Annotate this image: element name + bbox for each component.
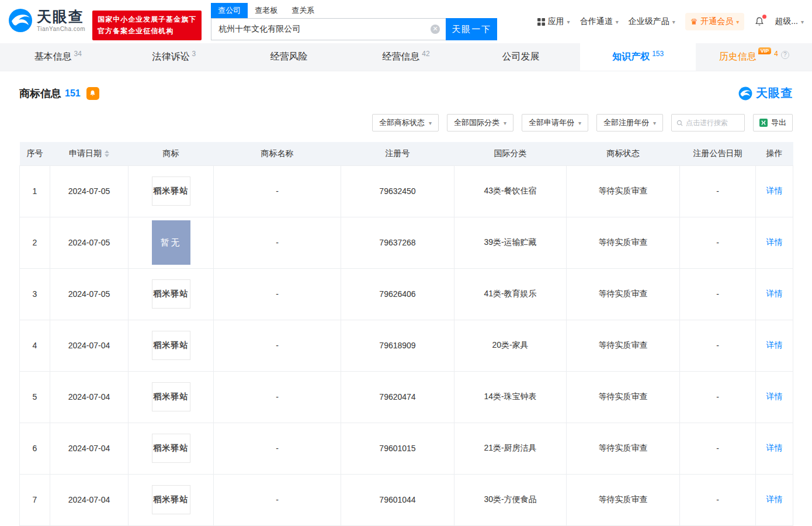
- nav-apps[interactable]: 应用 ▾: [537, 16, 570, 27]
- top-navigation: 应用 ▾ 合作通道 ▾ 企业级产品 ▾ ♛ 开通会员 ▾ 超级... ▾: [537, 13, 804, 30]
- table-row: 1 2024-07-05 稻米驿站 - 79632450 43类-餐饮住宿 等待…: [20, 165, 793, 217]
- tianyancha-logo[interactable]: 天眼查 TianYanCha.com: [8, 8, 85, 33]
- cell-index: 5: [20, 371, 50, 423]
- chevron-down-icon: ▾: [567, 19, 570, 25]
- table-header-row: 序号 申请日期 商标 商标名称 注册号 国际分类 商标状态 注册公告日期 操作: [20, 142, 793, 165]
- tab-company-development[interactable]: 公司发展: [464, 43, 580, 71]
- cell-index: 3: [20, 268, 50, 320]
- help-icon[interactable]: ?: [781, 51, 789, 59]
- detail-link[interactable]: 详情: [766, 186, 783, 195]
- table-row: 7 2024-07-04 稻米驿站 - 79601044 30类-方便食品 等待…: [20, 474, 793, 525]
- table-row: 5 2024-07-04 稻米驿站 - 79620474 14类-珠宝钟表 等待…: [20, 371, 793, 423]
- table-search-input[interactable]: [686, 119, 740, 127]
- trademark-image[interactable]: 稻米驿站: [152, 434, 190, 463]
- cell-trademark-name: -: [214, 423, 341, 474]
- trademark-image[interactable]: 稻米驿站: [152, 382, 190, 411]
- apps-grid-icon: [537, 18, 545, 26]
- company-detail-tabs: 基本信息34 法律诉讼3 经营风险 经营信息42 公司发展 知识产权153 历史…: [0, 43, 812, 71]
- detail-link[interactable]: 详情: [766, 289, 783, 298]
- sort-icon[interactable]: [105, 150, 109, 157]
- cell-apply-date: 2024-07-04: [50, 474, 129, 525]
- trademark-image[interactable]: 稻米驿站: [152, 485, 190, 514]
- monitor-alert-button[interactable]: [86, 87, 99, 100]
- detail-link[interactable]: 详情: [766, 443, 783, 452]
- gov-badge-line1: 国家中小企业发展子基金旗下: [98, 13, 196, 25]
- gov-certification-badge: 国家中小企业发展子基金旗下 官方备案企业征信机构: [92, 11, 202, 40]
- trademark-image[interactable]: 稻米驿站: [152, 279, 190, 309]
- detail-link[interactable]: 详情: [766, 494, 783, 504]
- tab-count: 3: [192, 50, 196, 58]
- tab-business-info[interactable]: 经营信息42: [348, 43, 464, 71]
- nav-account[interactable]: 超级... ▾: [775, 16, 804, 27]
- nav-enterprise-products[interactable]: 企业级产品 ▾: [629, 16, 675, 27]
- vip-badge: VIP: [758, 47, 772, 54]
- table-row: 3 2024-07-05 稻米驿站 - 79626406 41类-教育娱乐 等待…: [20, 268, 793, 320]
- tab-count: 4: [774, 50, 778, 58]
- trademark-image[interactable]: 稻米驿站: [152, 177, 190, 206]
- cell-action: 详情: [756, 217, 793, 268]
- cell-intl-class: 41类-教育娱乐: [454, 268, 567, 320]
- col-reg-number: 注册号: [341, 142, 454, 165]
- tab-intellectual-property[interactable]: 知识产权153: [580, 43, 696, 71]
- cell-status: 等待实质审查: [567, 217, 680, 268]
- section-count: 151: [65, 88, 81, 99]
- cell-action: 详情: [756, 423, 793, 474]
- gov-badge-line2: 官方备案企业征信机构: [98, 25, 196, 37]
- search-tab-boss[interactable]: 查老板: [248, 3, 284, 18]
- nav-cooperation[interactable]: 合作通道 ▾: [580, 16, 619, 27]
- export-button[interactable]: 导出: [753, 114, 793, 132]
- tab-history-info[interactable]: 历史信息 VIP 4 ?: [696, 43, 812, 71]
- table-search-box[interactable]: [671, 114, 745, 132]
- cell-announce-date: -: [680, 371, 756, 423]
- section-title: 商标信息: [19, 86, 61, 101]
- detail-link[interactable]: 详情: [766, 237, 783, 247]
- search-button[interactable]: 天眼一下: [446, 18, 497, 40]
- cell-index: 2: [20, 217, 50, 268]
- detail-link[interactable]: 详情: [766, 340, 783, 349]
- cell-trademark-name: -: [214, 217, 341, 268]
- trademark-image[interactable]: 稻米驿站: [152, 331, 190, 360]
- tab-basic-info[interactable]: 基本信息34: [0, 43, 116, 71]
- cell-reg-number: 79632450: [341, 165, 454, 217]
- watermark-text: 天眼查: [756, 85, 793, 101]
- cell-reg-number: 79601015: [341, 423, 454, 474]
- cell-index: 6: [20, 423, 50, 474]
- search-tab-relation[interactable]: 查关系: [284, 3, 321, 18]
- cell-action: 详情: [756, 474, 793, 525]
- cell-announce-date: -: [680, 268, 756, 320]
- logo-domain: TianYanCha.com: [37, 26, 85, 32]
- tab-legal-litigation[interactable]: 法律诉讼3: [116, 43, 233, 71]
- chevron-down-icon: ▾: [653, 120, 656, 126]
- filter-intl-class[interactable]: 全部国际分类▾: [447, 114, 513, 132]
- search-tab-company[interactable]: 查公司: [211, 3, 248, 18]
- col-intl-class: 国际分类: [454, 142, 567, 165]
- company-search-input[interactable]: [211, 18, 446, 40]
- cell-reg-number: 79618909: [341, 320, 454, 371]
- trademark-section-header: 商标信息 151 天眼查: [19, 85, 793, 101]
- chevron-down-icon: ▾: [616, 19, 619, 25]
- cell-status: 等待实质审查: [567, 268, 680, 320]
- filter-reg-year[interactable]: 全部注册年份▾: [596, 114, 663, 132]
- chevron-down-icon: ▾: [504, 120, 506, 126]
- tab-count: 153: [652, 50, 664, 58]
- cell-reg-number: 79601044: [341, 474, 454, 525]
- account-name: 超级...: [775, 16, 798, 27]
- cell-trademark: 稻米驿站: [129, 474, 214, 525]
- cell-intl-class: 14类-珠宝钟表: [454, 371, 567, 423]
- cell-action: 详情: [756, 320, 793, 371]
- tab-operation-risk[interactable]: 经营风险: [232, 43, 348, 71]
- col-trademark-name: 商标名称: [214, 142, 341, 165]
- cell-status: 等待实质审查: [567, 165, 680, 217]
- cell-intl-class: 30类-方便食品: [454, 474, 567, 525]
- tab-count: 42: [422, 50, 429, 58]
- cell-apply-date: 2024-07-05: [50, 165, 129, 217]
- filter-trademark-status[interactable]: 全部商标状态▾: [372, 114, 439, 132]
- notifications-bell[interactable]: [754, 16, 765, 27]
- nav-open-vip[interactable]: ♛ 开通会员 ▾: [685, 13, 745, 30]
- filter-apply-year[interactable]: 全部申请年份▾: [522, 114, 588, 132]
- search-module: 查公司 查老板 查关系 ✕ 天眼一下: [211, 4, 497, 40]
- detail-link[interactable]: 详情: [766, 392, 783, 401]
- tianyancha-watermark: 天眼查: [738, 85, 793, 101]
- cell-status: 等待实质审查: [567, 371, 680, 423]
- cell-index: 1: [20, 165, 50, 217]
